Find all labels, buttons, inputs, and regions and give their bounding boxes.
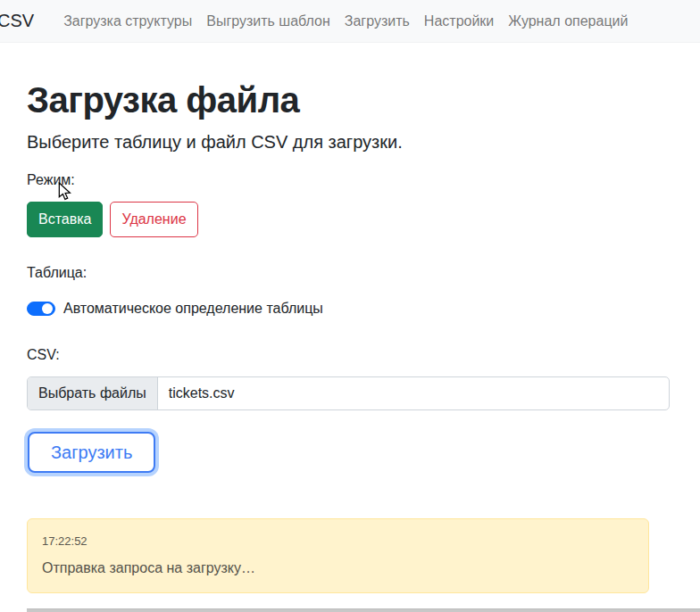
page-subtitle: Выберите таблицу и файл CSV для загрузки… (27, 128, 670, 155)
mode-label: Режим: (27, 170, 670, 191)
brand-csv[interactable]: CSV (0, 11, 34, 31)
selected-file-name: tickets.csv (158, 377, 246, 409)
auto-detect-row: Автоматическое определение таблицы (27, 298, 670, 319)
auto-detect-switch-label[interactable]: Автоматическое определение таблицы (63, 298, 323, 319)
horizontal-scrollbar[interactable] (27, 608, 700, 612)
switch-knob (42, 303, 53, 314)
insert-mode-button[interactable]: Вставка (27, 202, 103, 237)
nav-item-operations-log[interactable]: Журнал операций (501, 13, 635, 29)
page-title: Загрузка файла (27, 79, 670, 121)
csv-file-input[interactable]: Выбрать файлы tickets.csv (27, 376, 670, 410)
mode-button-group: Вставка Удаление (27, 202, 670, 237)
log-alert: 17:22:52 Отправка запроса на загрузку… (27, 518, 649, 593)
choose-files-button[interactable]: Выбрать файлы (28, 377, 158, 409)
upload-button[interactable]: Загрузить (28, 432, 155, 473)
csv-label: CSV: (27, 344, 670, 366)
nav-item-export-template[interactable]: Выгрузить шаблон (199, 13, 338, 29)
nav-item-load-structure[interactable]: Загрузка структуры (56, 13, 199, 29)
log-timestamp: 17:22:52 (42, 533, 634, 550)
auto-detect-switch[interactable] (27, 302, 55, 316)
delete-mode-button[interactable]: Удаление (110, 202, 197, 237)
nav-item-settings[interactable]: Настройки (417, 13, 501, 29)
main-content: Загрузка файла Выберите таблицу и файл C… (0, 43, 700, 593)
log-message: Отправка запроса на загрузку… (42, 558, 634, 579)
top-navbar: CSV Загрузка структуры Выгрузить шаблон … (0, 0, 700, 43)
table-label: Таблица: (27, 262, 670, 284)
nav-item-upload[interactable]: Загрузить (338, 13, 417, 29)
